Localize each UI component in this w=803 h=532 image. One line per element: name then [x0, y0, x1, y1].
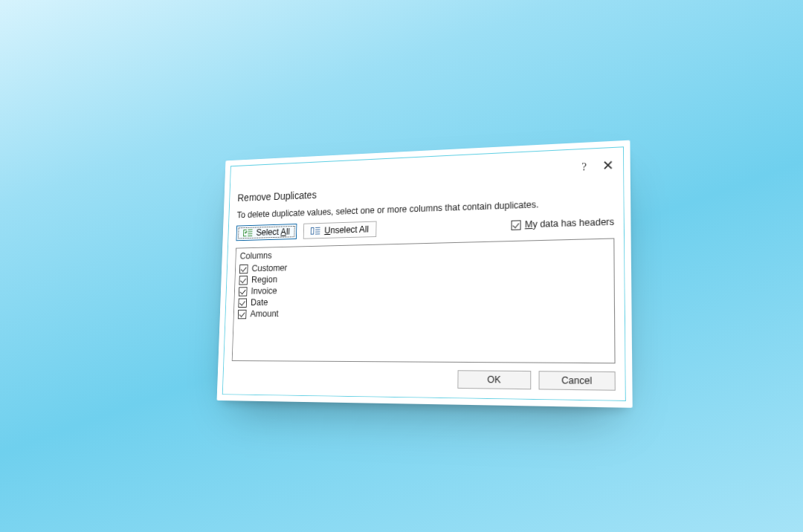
columns-listbox[interactable]: Columns CustomerRegionInvoiceDateAmount — [232, 238, 616, 363]
ok-button[interactable]: OK — [457, 370, 531, 389]
column-label: Amount — [250, 308, 278, 319]
columns-container: CustomerRegionInvoiceDateAmount — [238, 256, 610, 320]
close-button[interactable]: ✕ — [602, 158, 614, 172]
column-item[interactable]: Amount — [238, 305, 610, 320]
select-all-label: Select All — [256, 227, 290, 238]
checkbox-icon — [238, 298, 247, 308]
unselect-all-label: Unselect All — [324, 224, 369, 236]
help-button[interactable]: ? — [581, 160, 587, 173]
column-label: Date — [251, 297, 268, 308]
dialog-footer: OK Cancel — [231, 369, 616, 391]
checkbox-icon — [512, 220, 521, 230]
cancel-button[interactable]: Cancel — [539, 371, 616, 391]
headers-label: My data has headers — [525, 216, 614, 230]
column-label: Customer — [251, 263, 287, 273]
select-all-icon — [243, 229, 252, 238]
unselect-all-icon — [311, 227, 320, 236]
column-label: Invoice — [251, 286, 277, 296]
remove-duplicates-dialog: ? ✕ Remove Duplicates To delete duplicat… — [217, 140, 633, 408]
checkbox-icon — [238, 309, 247, 319]
unselect-all-button[interactable]: Unselect All — [303, 221, 376, 239]
my-data-has-headers-checkbox[interactable]: My data has headers — [512, 216, 614, 230]
checkbox-icon — [239, 264, 248, 273]
column-label: Region — [251, 274, 277, 285]
checkbox-icon — [239, 287, 248, 296]
checkbox-icon — [239, 276, 248, 285]
select-all-button[interactable]: Select All — [236, 224, 297, 241]
